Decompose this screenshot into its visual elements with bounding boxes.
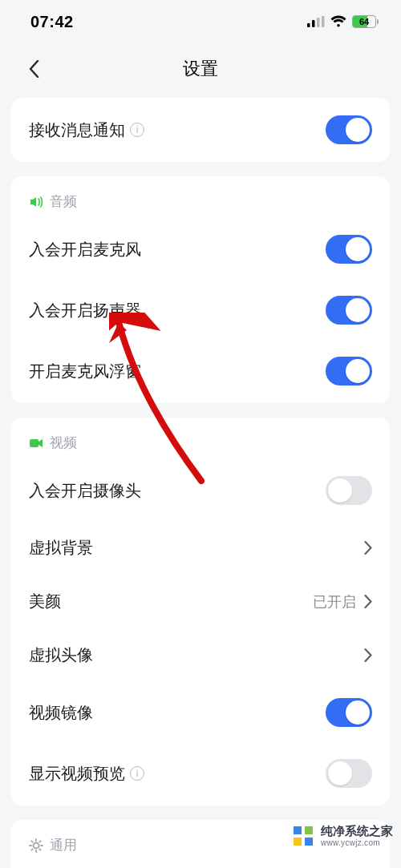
svg-point-5 (34, 842, 39, 848)
beauty-value: 已开启 (313, 592, 356, 612)
row-show-preview: 显示视频预览 i (11, 743, 390, 804)
watermark: 纯净系统之家 www.ycwjz.com (292, 824, 393, 847)
toggle-receive-notification[interactable] (326, 115, 372, 144)
page-title: 设置 (183, 57, 218, 81)
row-camera-on-join: 入会开启摄像头 (11, 460, 390, 521)
section-header-video: 视频 (11, 419, 390, 460)
beauty-label: 美颜 (29, 591, 61, 612)
watermark-logo-icon (292, 825, 314, 847)
toggle-video-mirror[interactable] (326, 698, 372, 727)
section-header-audio: 音频 (11, 178, 390, 219)
status-icons: 64 (307, 15, 379, 28)
row-mic-on-join: 入会开启麦克风 (11, 219, 390, 280)
back-button[interactable] (22, 58, 45, 80)
status-bar: 07:42 64 (0, 0, 401, 40)
svg-rect-0 (307, 23, 310, 27)
mic-on-join-label: 入会开启麦克风 (29, 239, 141, 260)
row-beauty[interactable]: 美颜 已开启 (11, 575, 390, 628)
virtual-avatar-label: 虚拟头像 (29, 644, 93, 666)
row-virtual-bg[interactable]: 虚拟背景 (11, 521, 390, 575)
speaker-icon (29, 195, 43, 209)
toggle-mic-on-join[interactable] (326, 235, 372, 264)
virtual-bg-label: 虚拟背景 (29, 537, 93, 559)
watermark-line2: www.ycwjz.com (321, 838, 393, 848)
svg-rect-6 (294, 826, 302, 834)
svg-rect-9 (305, 838, 313, 846)
info-icon[interactable]: i (130, 123, 144, 137)
row-auto-cloud-record[interactable]: 自动云录制 (11, 862, 390, 868)
chevron-right-icon (364, 541, 372, 555)
battery-icon: 64 (352, 15, 379, 28)
row-receive-notification: 接收消息通知 i (11, 99, 390, 160)
status-time: 07:42 (30, 13, 74, 31)
toggle-speaker-on-join[interactable] (326, 296, 372, 325)
chevron-right-icon (364, 595, 372, 608)
chevron-right-icon (364, 648, 372, 662)
toggle-camera-on-join[interactable] (326, 476, 372, 505)
svg-rect-7 (305, 826, 313, 834)
show-preview-label: 显示视频预览 (29, 763, 125, 785)
row-speaker-on-join: 入会开启扬声器 (11, 280, 390, 341)
row-virtual-avatar[interactable]: 虚拟头像 (11, 628, 390, 682)
svg-rect-2 (317, 18, 320, 27)
video-mirror-label: 视频镜像 (29, 702, 93, 724)
card-notification: 接收消息通知 i (11, 98, 390, 162)
svg-rect-8 (294, 838, 302, 846)
toggle-show-preview[interactable] (326, 759, 372, 788)
camera-icon (29, 436, 43, 450)
cellular-signal-icon (307, 16, 325, 27)
row-mic-float: 开启麦克风浮窗 (11, 341, 390, 402)
nav-bar: 设置 (0, 46, 401, 91)
section-title-general: 通用 (50, 836, 77, 854)
receive-notification-label: 接收消息通知 (29, 119, 125, 141)
svg-rect-4 (30, 439, 38, 447)
wifi-icon (330, 15, 346, 28)
watermark-line1: 纯净系统之家 (321, 824, 393, 838)
mic-float-label: 开启麦克风浮窗 (29, 361, 141, 382)
speaker-on-join-label: 入会开启扬声器 (29, 300, 141, 321)
toggle-mic-float[interactable] (326, 357, 372, 386)
info-icon[interactable]: i (130, 766, 144, 781)
gear-icon (29, 838, 43, 853)
card-audio: 音频 入会开启麦克风 入会开启扬声器 开启麦克风浮窗 (11, 176, 390, 403)
row-video-mirror: 视频镜像 (11, 682, 390, 743)
svg-rect-1 (312, 20, 315, 27)
section-title-audio: 音频 (50, 192, 77, 211)
svg-rect-3 (322, 16, 325, 27)
section-title-video: 视频 (50, 434, 77, 452)
camera-on-join-label: 入会开启摄像头 (29, 480, 141, 502)
card-video: 视频 入会开启摄像头 虚拟背景 美颜 已开启 虚拟头像 视频镜像 (11, 418, 390, 805)
